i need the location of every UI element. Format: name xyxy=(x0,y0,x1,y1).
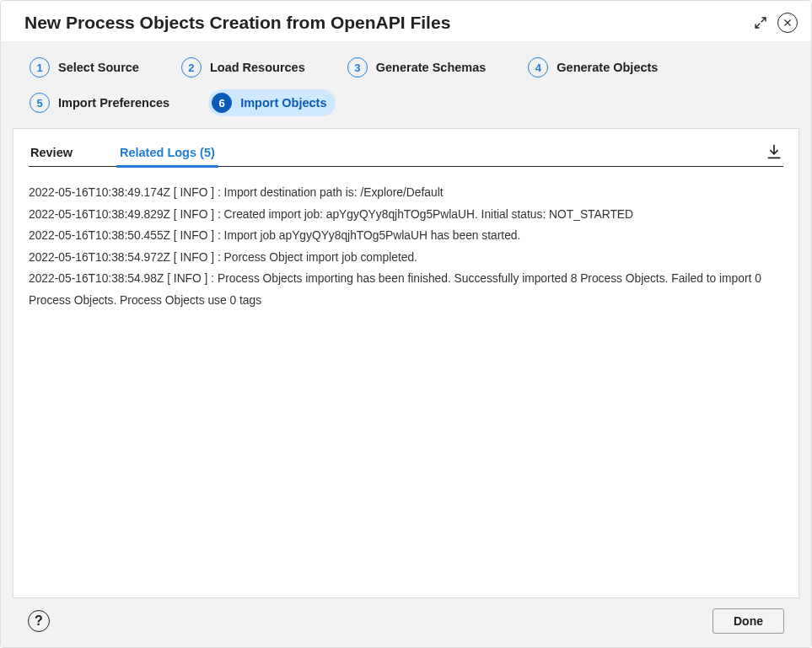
tab-row: Review Related Logs (5) xyxy=(29,142,783,167)
log-line: 2022-05-16T10:38:54.98Z [ INFO ] : Proce… xyxy=(29,268,783,311)
tab-related-logs[interactable]: Related Logs (5) xyxy=(118,142,217,166)
dialog-title: New Process Objects Creation from OpenAP… xyxy=(24,13,750,33)
step-number: 4 xyxy=(528,57,548,78)
dialog: New Process Objects Creation from OpenAP… xyxy=(0,0,812,648)
wizard-steps: 1 Select Source 2 Load Resources 3 Gener… xyxy=(13,42,799,128)
step-generate-objects[interactable]: 4 Generate Objects xyxy=(524,54,666,81)
download-icon[interactable] xyxy=(765,142,783,166)
maximize-icon[interactable] xyxy=(750,13,771,33)
done-button[interactable]: Done xyxy=(713,608,784,634)
dialog-header: New Process Objects Creation from OpenAP… xyxy=(1,1,811,41)
step-label: Load Resources xyxy=(210,61,305,74)
step-import-preferences[interactable]: 5 Import Preferences xyxy=(26,89,178,116)
step-select-source[interactable]: 1 Select Source xyxy=(26,54,148,81)
log-line: 2022-05-16T10:38:54.972Z [ INFO ] : Porc… xyxy=(29,247,783,269)
log-line: 2022-05-16T10:38:50.455Z [ INFO ] : Impo… xyxy=(29,225,783,247)
help-icon[interactable]: ? xyxy=(28,610,50,632)
step-load-resources[interactable]: 2 Load Resources xyxy=(178,54,314,81)
header-icons xyxy=(750,13,798,33)
log-line: 2022-05-16T10:38:49.829Z [ INFO ] : Crea… xyxy=(29,204,783,226)
tab-review[interactable]: Review xyxy=(29,142,74,166)
step-number: 1 xyxy=(30,57,50,78)
step-label: Generate Schemas xyxy=(376,61,487,74)
step-label: Import Objects xyxy=(240,96,326,110)
step-import-objects[interactable]: 6 Import Objects xyxy=(208,89,335,116)
close-icon[interactable] xyxy=(777,13,798,33)
step-label: Select Source xyxy=(58,61,139,74)
step-label: Import Preferences xyxy=(58,96,169,110)
content-panel: Review Related Logs (5) 2022-05-16T10:38… xyxy=(13,128,799,598)
step-number: 2 xyxy=(181,57,202,78)
log-list: 2022-05-16T10:38:49.174Z [ INFO ] : Impo… xyxy=(29,167,783,311)
log-line: 2022-05-16T10:38:49.174Z [ INFO ] : Impo… xyxy=(29,182,783,204)
dialog-body: 1 Select Source 2 Load Resources 3 Gener… xyxy=(1,41,811,647)
step-generate-schemas[interactable]: 3 Generate Schemas xyxy=(344,54,495,81)
step-number: 6 xyxy=(212,93,232,113)
step-number: 3 xyxy=(347,57,368,78)
step-number: 5 xyxy=(30,93,50,113)
dialog-footer: ? Done xyxy=(13,598,799,647)
step-label: Generate Objects xyxy=(557,61,658,74)
